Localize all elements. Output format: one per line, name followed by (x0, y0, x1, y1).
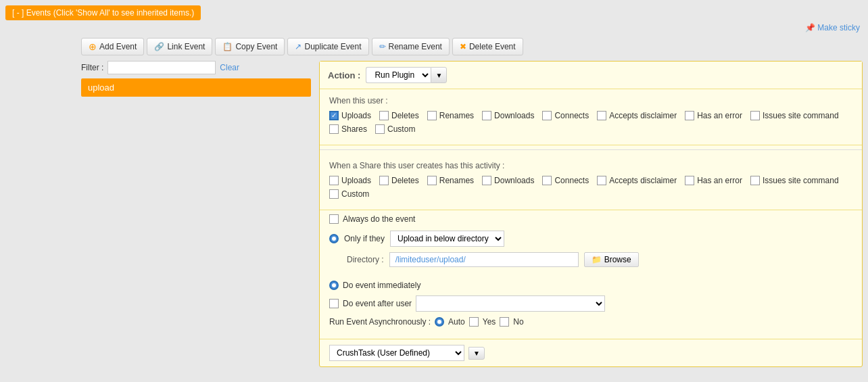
do-event-after-label: Do event after user (343, 299, 412, 308)
share-renames-checkbox-item[interactable]: Renames (427, 176, 474, 185)
banner-text: [ - ] Events (Click 'Show All' to see in… (12, 8, 194, 18)
shares-checkbox-item[interactable]: Shares (329, 124, 367, 134)
share-issues-command-checkbox-item[interactable]: Issues site command (750, 176, 839, 185)
share-custom-checkbox[interactable] (329, 189, 339, 199)
only-if-row: Only if they Upload in below directory (320, 228, 862, 252)
do-event-immediately-row: Do event immediately (329, 281, 852, 290)
share-deletes-checkbox-item[interactable]: Deletes (379, 176, 419, 185)
do-event-immediately-label: Do event immediately (343, 281, 420, 290)
when-share-checkboxes-row1: Uploads Deletes Renames Downloads Connec… (329, 176, 852, 185)
share-has-error-checkbox-item[interactable]: Has an error (685, 176, 742, 185)
content-panel: Action : Run Plugin ▼ When this user : U… (319, 61, 863, 367)
plugin-select[interactable]: CrushTask (User Defined) (329, 345, 464, 361)
renames-checkbox[interactable] (427, 111, 437, 120)
share-renames-checkbox[interactable] (427, 176, 437, 185)
share-has-error-checkbox[interactable] (685, 176, 694, 185)
divider-1 (320, 149, 862, 150)
add-event-button[interactable]: ⊕ Add Event (81, 38, 144, 55)
custom-checkbox[interactable] (375, 124, 385, 134)
async-label: Run Event Asynchronously : (329, 317, 431, 327)
sidebar: Filter : Clear upload (81, 61, 311, 367)
folder-icon: 📁 (592, 255, 602, 264)
share-uploads-checkbox-item[interactable]: Uploads (329, 176, 371, 185)
has-error-checkbox-item[interactable]: Has an error (685, 111, 742, 120)
copy-event-button[interactable]: 📋 Copy Event (215, 38, 285, 55)
deletes-checkbox-item[interactable]: Deletes (379, 111, 419, 120)
share-accepts-disclaimer-checkbox[interactable] (597, 176, 606, 185)
share-downloads-checkbox[interactable] (482, 176, 491, 185)
accepts-disclaimer-checkbox[interactable] (597, 111, 606, 120)
share-connects-checkbox-item[interactable]: Connects (542, 176, 589, 185)
rename-icon: ✏ (379, 42, 386, 51)
do-event-after-select[interactable] (416, 295, 605, 312)
action-label: Action : (328, 70, 360, 80)
do-event-after-row: Do event after user (329, 295, 852, 312)
action-dropdown-button[interactable]: ▼ (431, 67, 447, 83)
do-event-section: Do event immediately Do event after user… (320, 274, 862, 339)
plugin-row: CrushTask (User Defined) ▼ (320, 339, 862, 366)
share-connects-checkbox[interactable] (542, 176, 552, 185)
do-event-immediately-radio[interactable] (329, 281, 339, 290)
make-sticky-link[interactable]: Make sticky (817, 23, 860, 32)
duplicate-icon: ↗ (295, 42, 302, 51)
copy-icon: 📋 (222, 42, 233, 51)
async-no-radio[interactable] (500, 317, 509, 327)
custom-checkbox-item[interactable]: Custom (375, 124, 415, 134)
rename-event-button[interactable]: ✏ Rename Event (372, 38, 450, 55)
when-user-section: When this user : Uploads Deletes Renames… (320, 89, 862, 145)
issues-command-checkbox-item[interactable]: Issues site command (750, 111, 839, 120)
async-yes-radio[interactable] (469, 317, 479, 327)
when-user-checkboxes-row1: Uploads Deletes Renames Downloads Connec… (329, 111, 852, 120)
share-deletes-checkbox[interactable] (379, 176, 389, 185)
filter-input[interactable] (107, 61, 216, 74)
only-if-select[interactable]: Upload in below directory (390, 231, 504, 247)
do-event-after-checkbox[interactable] (329, 299, 339, 308)
async-no-label: No (513, 317, 523, 327)
action-select[interactable]: Run Plugin (366, 67, 431, 83)
deletes-checkbox[interactable] (379, 111, 389, 120)
toolbar: ⊕ Add Event 🔗 Link Event 📋 Copy Event ↗ … (0, 35, 868, 61)
directory-label: Directory : (347, 255, 384, 264)
downloads-checkbox[interactable] (482, 111, 491, 120)
only-if-radio[interactable] (329, 234, 339, 243)
when-user-title: When this user : (329, 96, 852, 105)
directory-row: Directory : 📁 Browse (320, 252, 862, 274)
renames-checkbox-item[interactable]: Renames (427, 111, 474, 120)
browse-button[interactable]: 📁 Browse (584, 252, 639, 267)
always-event-checkbox[interactable] (329, 214, 339, 224)
action-row: Action : Run Plugin ▼ (320, 62, 862, 89)
async-auto-radio[interactable] (435, 317, 444, 327)
duplicate-event-button[interactable]: ↗ Duplicate Event (287, 38, 368, 55)
share-downloads-checkbox-item[interactable]: Downloads (482, 176, 534, 185)
share-custom-checkbox-item[interactable]: Custom (329, 189, 369, 199)
delete-event-button[interactable]: ✖ Delete Event (452, 38, 523, 55)
share-issues-command-checkbox[interactable] (750, 176, 760, 185)
filter-clear[interactable]: Clear (220, 63, 239, 72)
main-layout: Filter : Clear upload Action : Run Plugi… (0, 61, 868, 373)
sidebar-item-upload[interactable]: upload (81, 78, 311, 97)
share-uploads-checkbox[interactable] (329, 176, 339, 185)
action-select-group: Run Plugin ▼ (366, 67, 447, 83)
chevron-down-icon: ▼ (435, 72, 442, 79)
accepts-disclaimer-checkbox-item[interactable]: Accepts disclaimer (597, 111, 677, 120)
has-error-checkbox[interactable] (685, 111, 694, 120)
when-share-title: When a Share this user creates has this … (329, 161, 852, 170)
directory-input[interactable] (389, 252, 579, 267)
plus-icon: ⊕ (89, 41, 97, 52)
share-accepts-disclaimer-checkbox-item[interactable]: Accepts disclaimer (597, 176, 677, 185)
filter-row: Filter : Clear (81, 61, 311, 74)
delete-icon: ✖ (460, 42, 466, 51)
link-event-button[interactable]: 🔗 Link Event (147, 38, 212, 55)
uploads-checkbox[interactable] (329, 111, 339, 120)
uploads-checkbox-item[interactable]: Uploads (329, 111, 371, 120)
events-banner[interactable]: [ - ] Events (Click 'Show All' to see in… (5, 5, 201, 20)
downloads-checkbox-item[interactable]: Downloads (482, 111, 534, 120)
issues-command-checkbox[interactable] (750, 111, 760, 120)
async-yes-label: Yes (483, 317, 496, 327)
connects-checkbox[interactable] (542, 111, 552, 120)
connects-checkbox-item[interactable]: Connects (542, 111, 589, 120)
make-sticky-row: 📌 Make sticky (0, 20, 868, 35)
plugin-dropdown-button[interactable]: ▼ (468, 347, 485, 360)
when-share-checkboxes-row2: Custom (329, 189, 852, 199)
shares-checkbox[interactable] (329, 124, 339, 134)
